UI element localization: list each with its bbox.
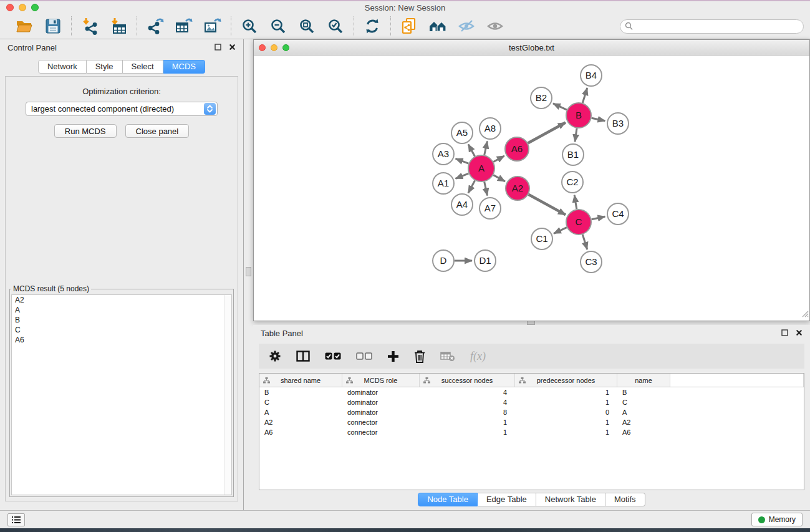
table-cell: 1 [515, 427, 617, 437]
hide-selected-icon[interactable] [457, 17, 476, 36]
table-tab-motifs[interactable]: Motifs [605, 493, 645, 506]
edge-B-B4[interactable] [582, 88, 587, 103]
mcds-result-item[interactable]: A [12, 305, 231, 315]
edge-A-A3[interactable] [456, 158, 469, 163]
refresh-icon[interactable] [363, 17, 382, 36]
toolbar-group [391, 17, 513, 36]
app-titlebar: Session: New Session [0, 1, 810, 14]
network-canvas[interactable]: B4B2BB3A8A5A6A3B1AC2A1A2A4A7C4CC1C3DD1 [254, 56, 809, 321]
column-header-mcds-role[interactable]: MCDS role [342, 374, 420, 387]
close-panel-button[interactable]: Close panel [125, 124, 190, 138]
float-table-panel-icon[interactable] [781, 329, 788, 338]
task-history-button[interactable] [7, 513, 25, 526]
close-panel-icon[interactable] [229, 43, 236, 52]
edge-B-B3[interactable] [592, 118, 605, 121]
edge-A-A1[interactable] [456, 173, 469, 178]
table-row[interactable]: Adominator80A [259, 407, 804, 417]
table-cell: 1 [515, 397, 617, 407]
checked-boxes-icon[interactable] [325, 349, 341, 364]
table-panel-header: Table Panel [253, 325, 810, 341]
edge-B-B1[interactable] [575, 128, 577, 142]
float-panel-icon[interactable] [215, 43, 221, 52]
edge-A2-C[interactable] [529, 195, 566, 215]
table-cell: connector [342, 427, 420, 437]
horizontal-splitter-handle[interactable] [527, 321, 535, 325]
column-layout-icon[interactable] [296, 349, 310, 364]
network-minimize-button[interactable] [271, 44, 277, 51]
table-row[interactable]: Cdominator41C [259, 397, 804, 407]
export-table-icon[interactable] [175, 17, 193, 36]
tab-network[interactable]: Network [38, 60, 87, 74]
edge-A-A5[interactable] [468, 144, 475, 156]
node-label-A1: A1 [438, 178, 449, 188]
mcds-result-list[interactable]: A2ABCA6 [11, 294, 232, 495]
memory-button[interactable]: Memory [751, 513, 803, 526]
network-close-button[interactable] [259, 44, 266, 51]
node-table[interactable]: shared nameMCDS rolesuccessor nodesprede… [259, 373, 804, 490]
column-header-name[interactable]: name [617, 374, 670, 387]
column-type-icon [263, 377, 270, 385]
show-all-icon[interactable] [486, 17, 504, 36]
first-neighbors-icon[interactable] [428, 17, 447, 36]
mcds-result-item[interactable]: A2 [12, 295, 231, 305]
column-header-label: name [635, 377, 652, 384]
table-row[interactable]: Bdominator41B [259, 387, 804, 397]
edge-C-C1[interactable] [554, 228, 567, 234]
edge-A-A7[interactable] [485, 182, 488, 196]
save-session-icon[interactable] [44, 17, 62, 36]
gear-icon[interactable] [269, 349, 281, 364]
edge-A-A4[interactable] [468, 180, 475, 193]
search-input[interactable] [620, 19, 804, 34]
zoom-out-icon[interactable] [269, 17, 287, 36]
table-tab-edge-table[interactable]: Edge Table [478, 493, 536, 506]
edge-A6-B[interactable] [528, 123, 566, 143]
zoom-selected-icon[interactable] [326, 17, 345, 36]
node-label-B1: B1 [567, 149, 579, 160]
column-header-shared-name[interactable]: shared name [259, 374, 342, 387]
vertical-splitter-handle[interactable] [246, 267, 251, 276]
scrollbar-track[interactable] [224, 295, 231, 495]
node-label-B: B [576, 110, 582, 120]
edge-A-A6[interactable] [493, 156, 504, 162]
edge-A-A2[interactable] [493, 175, 505, 181]
optimization-criterion-dropdown[interactable]: largest connected component (directed) [26, 102, 218, 116]
edge-C-C4[interactable] [592, 216, 605, 220]
table-tab-network-table[interactable]: Network Table [536, 493, 605, 506]
node-label-B4: B4 [586, 70, 597, 80]
node-label-A2: A2 [512, 183, 523, 193]
zoom-fit-icon[interactable] [297, 17, 316, 36]
mcds-result-item[interactable]: B [12, 315, 231, 325]
toolbar-group [354, 17, 390, 36]
zoom-in-icon[interactable] [240, 17, 259, 36]
import-table-icon[interactable] [109, 17, 128, 36]
table-tab-node-table[interactable]: Node Table [418, 493, 478, 506]
new-network-from-selection-icon[interactable] [400, 17, 418, 36]
import-network-icon[interactable] [80, 17, 99, 36]
edge-B-B2[interactable] [553, 104, 567, 110]
run-mcds-button[interactable]: Run MCDS [54, 124, 117, 138]
edge-C-C3[interactable] [582, 235, 587, 249]
tab-style[interactable]: Style [87, 60, 123, 74]
table-row[interactable]: A2connector11A2 [259, 417, 804, 427]
table-row[interactable]: A6connector11A6 [259, 427, 804, 437]
plus-icon[interactable] [387, 349, 399, 364]
trash-icon[interactable] [414, 349, 425, 364]
column-header-successor-nodes[interactable]: successor nodes [420, 374, 515, 387]
node-label-A3: A3 [438, 148, 449, 159]
mcds-result-title: MCDS result (5 nodes) [11, 284, 91, 293]
close-table-panel-icon[interactable] [796, 329, 803, 338]
unchecked-boxes-icon[interactable] [356, 349, 372, 364]
column-header-predecessor-nodes[interactable]: predecessor nodes [515, 374, 617, 387]
edge-A-A8[interactable] [485, 142, 488, 155]
tab-select[interactable]: Select [123, 60, 163, 74]
mcds-result-item[interactable]: A6 [12, 335, 231, 345]
resize-grip-icon[interactable] [800, 309, 809, 320]
mcds-result-item[interactable]: C [12, 325, 231, 335]
tab-mcds[interactable]: MCDS [163, 60, 205, 74]
edge-C-C2[interactable] [574, 195, 577, 210]
export-network-icon[interactable] [146, 17, 165, 36]
open-session-icon[interactable] [15, 17, 34, 36]
export-image-icon[interactable] [203, 17, 222, 36]
network-zoom-button[interactable] [282, 44, 289, 51]
table-cell: A2 [259, 417, 342, 427]
